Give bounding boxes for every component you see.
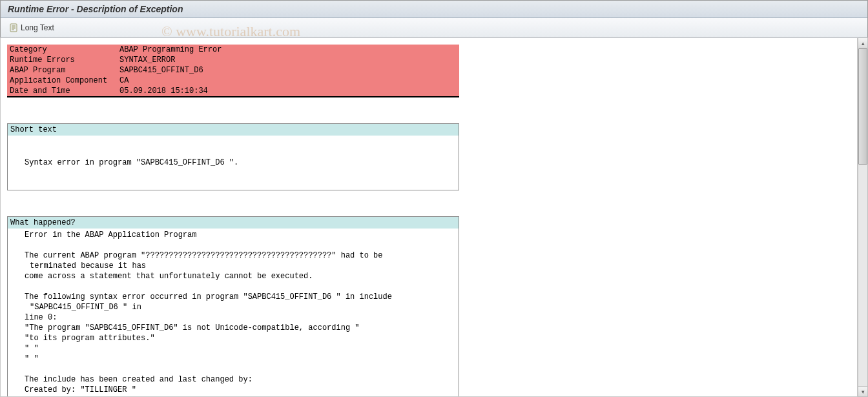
content-area: CategoryABAP Programming ErrorRuntime Er… xyxy=(0,37,858,397)
what-happened-line: come across a statement that unfortunate… xyxy=(25,271,456,281)
what-happened-line: The current ABAP program "??????????????… xyxy=(25,250,456,261)
info-row: ABAP ProgramSAPBC415_OFFINT_D6 xyxy=(7,65,459,76)
toolbar: Long Text xyxy=(0,18,868,37)
what-happened-line: " " xyxy=(25,354,456,364)
info-label: Application Component xyxy=(7,76,117,86)
page-title: Runtime Error - Description of Exception xyxy=(8,4,183,14)
short-text-section: Short text Syntax error in program "SAPB… xyxy=(7,123,459,190)
info-label: ABAP Program xyxy=(7,65,117,76)
what-happened-line: Error in the ABAP Application Program xyxy=(25,230,456,240)
what-happened-line: "SAPBC415_OFFINT_D6 " in xyxy=(25,302,456,312)
what-happened-line: terminated because it has xyxy=(25,261,456,271)
what-happened-line xyxy=(25,240,456,250)
info-value: SAPBC415_OFFINT_D6 xyxy=(117,65,459,76)
info-label: Category xyxy=(7,45,117,55)
what-happened-line: line 0: xyxy=(25,312,456,323)
scroll-down-button[interactable]: ▾ xyxy=(858,386,867,396)
what-happened-line: The following syntax error occurred in p… xyxy=(25,292,456,302)
what-happened-section: What happened? Error in the ABAP Applica… xyxy=(7,216,459,396)
scroll-thumb[interactable] xyxy=(858,48,867,165)
info-value: CA xyxy=(117,76,459,86)
long-text-button[interactable]: Long Text xyxy=(5,22,58,34)
what-happened-line: " " xyxy=(25,343,456,354)
vertical-scrollbar[interactable]: ▴ ▾ xyxy=(858,37,868,397)
svg-rect-0 xyxy=(10,24,17,32)
info-row: CategoryABAP Programming Error xyxy=(7,45,459,55)
what-happened-line: Created by: "TILLINGER " xyxy=(25,385,456,395)
info-row: Date and Time05.09.2018 15:10:34 xyxy=(7,86,459,97)
info-value: 05.09.2018 15:10:34 xyxy=(117,86,459,97)
info-value: SYNTAX_ERROR xyxy=(117,55,459,65)
info-row: Runtime ErrorsSYNTAX_ERROR xyxy=(7,55,459,65)
short-text-body: Syntax error in program "SAPBC415_OFFINT… xyxy=(25,158,456,168)
error-info-table: CategoryABAP Programming ErrorRuntime Er… xyxy=(7,45,459,97)
long-text-icon xyxy=(9,23,18,32)
info-label: Date and Time xyxy=(7,86,117,97)
what-happened-line: Last changed by: "TILLINGER " xyxy=(25,395,456,396)
what-happened-line xyxy=(25,281,456,292)
what-happened-line xyxy=(25,364,456,374)
info-value: ABAP Programming Error xyxy=(117,45,459,55)
what-happened-line: "to its program attributes." xyxy=(25,333,456,343)
title-bar: Runtime Error - Description of Exception xyxy=(0,0,868,18)
what-happened-line: The include has been created and last ch… xyxy=(25,374,456,385)
long-text-label: Long Text xyxy=(21,23,54,32)
short-text-header: Short text xyxy=(8,124,459,136)
what-happened-line: "The program "SAPBC415_OFFINT_D6" is not… xyxy=(25,323,456,333)
info-label: Runtime Errors xyxy=(7,55,117,65)
info-row: Application ComponentCA xyxy=(7,76,459,86)
scroll-up-button[interactable]: ▴ xyxy=(858,38,867,48)
what-happened-header: What happened? xyxy=(8,217,459,229)
